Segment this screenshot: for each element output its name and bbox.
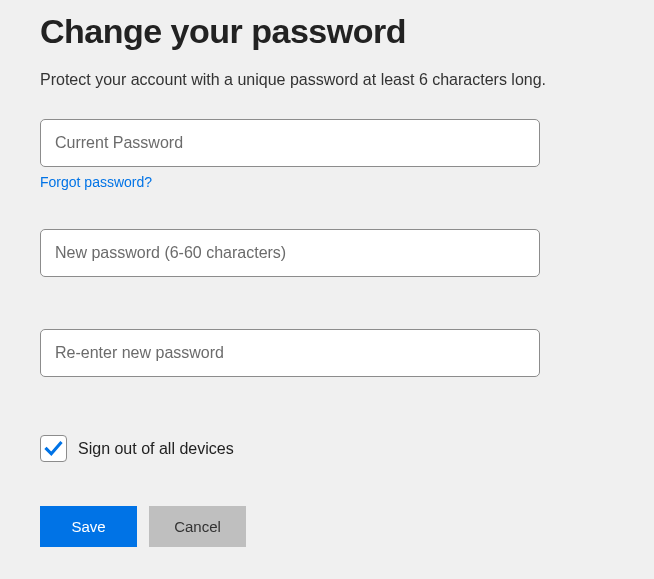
- change-password-form: Forgot password? Sign out of all devices…: [40, 119, 614, 547]
- signout-checkbox-row: Sign out of all devices: [40, 435, 614, 462]
- page-title: Change your password: [40, 12, 614, 51]
- signout-checkbox[interactable]: [40, 435, 67, 462]
- cancel-button[interactable]: Cancel: [149, 506, 246, 547]
- button-row: Save Cancel: [40, 506, 614, 547]
- new-password-input[interactable]: [55, 230, 525, 276]
- check-icon: [43, 438, 64, 459]
- confirm-password-field-wrapper: [40, 329, 540, 377]
- save-button[interactable]: Save: [40, 506, 137, 547]
- current-password-input[interactable]: [55, 120, 525, 166]
- current-password-field-wrapper: [40, 119, 540, 167]
- signout-checkbox-label: Sign out of all devices: [78, 440, 234, 458]
- new-password-field-wrapper: [40, 229, 540, 277]
- forgot-password-link[interactable]: Forgot password?: [40, 174, 152, 190]
- confirm-password-input[interactable]: [55, 330, 525, 376]
- page-subtitle: Protect your account with a unique passw…: [40, 69, 614, 91]
